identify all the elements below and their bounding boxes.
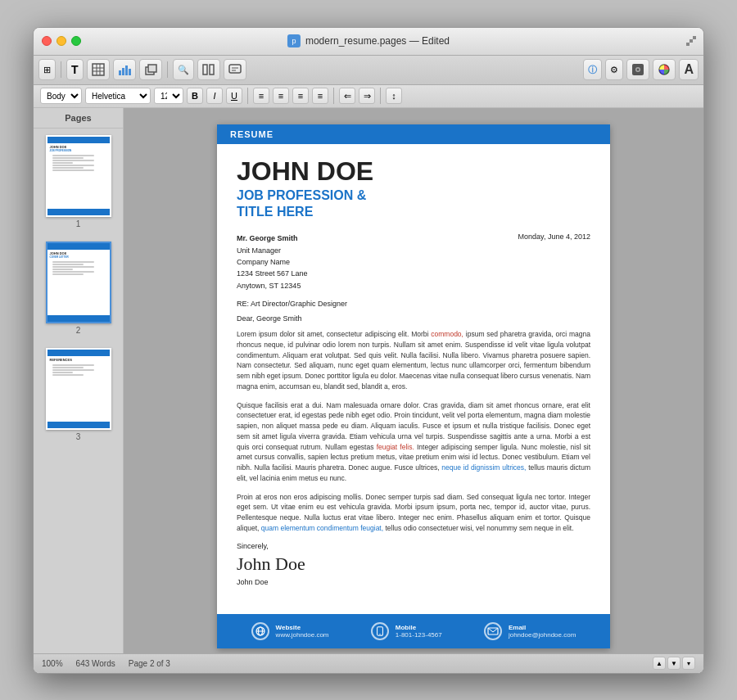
view-toggle-button[interactable]: ⊞ (38, 59, 56, 80)
comment-button[interactable] (224, 59, 246, 80)
format-bar: Body Helvetica 12 B I U ≡ ≡ ≡ ≡ ⇐ ⇒ ↕ (34, 85, 703, 108)
color-icon (658, 63, 671, 76)
align-center-button[interactable]: ≡ (273, 88, 289, 104)
page-number-1: 1 (76, 219, 81, 228)
thumb-line (52, 261, 94, 263)
minimize-button[interactable] (57, 36, 66, 46)
page-down-button[interactable]: ▼ (667, 657, 680, 670)
highlight-1: commodo, (431, 330, 463, 338)
maximize-button[interactable] (71, 36, 81, 46)
font-icon: A (684, 62, 694, 77)
page-indicator: Page 2 of 3 (129, 659, 170, 668)
thumb-line (52, 269, 74, 270)
thumb-content-1: JOHN DOE JOB PROFESSION (47, 143, 110, 176)
website-value: www.johndoe.com (276, 631, 329, 639)
thumb-line (52, 367, 84, 368)
toolbar-sep-1 (61, 61, 61, 78)
app-window: p modern_resume.pages — Edited ⊞ T (33, 27, 704, 674)
status-bar: 100% 643 Words Page 2 of 3 ▲ ▼ ▾ (34, 653, 703, 673)
thumb-line (52, 271, 94, 273)
info-button[interactable]: ⓘ (583, 59, 602, 80)
main-toolbar: ⊞ T (34, 56, 703, 85)
font-panel-button[interactable]: A (679, 59, 699, 80)
thumb-header-3 (47, 350, 110, 356)
align-justify-button[interactable]: ≡ (312, 88, 328, 104)
website-icon (251, 622, 269, 640)
underline-button[interactable]: U (226, 88, 242, 104)
thumb-line (52, 167, 84, 169)
thumb-lines-2 (50, 259, 107, 278)
chart-tool-button[interactable] (113, 59, 136, 80)
thumb-line (52, 264, 84, 265)
resume-body[interactable]: JOHN DOE JOB PROFESSION & TITLE HERE Mr.… (217, 144, 610, 601)
size-select[interactable]: 12 (154, 88, 183, 104)
search-icon: 🔍 (178, 65, 189, 75)
footer-email: Email johndoe@johndoe.com (484, 622, 576, 640)
page-thumbnail-2[interactable]: JOHN DOE COVER LETTER 2 (34, 235, 123, 341)
text-tool-button[interactable]: T (66, 59, 84, 80)
svg-rect-2 (693, 36, 696, 39)
page-navigation: ▲ ▼ ▾ (653, 657, 695, 670)
shape-tool-button[interactable] (139, 59, 162, 80)
comment-icon (228, 63, 242, 76)
page-up-button[interactable]: ▲ (653, 657, 666, 670)
media-button[interactable] (626, 59, 649, 80)
view-icon: ⊞ (43, 65, 51, 75)
align-left-button[interactable]: ≡ (253, 88, 269, 104)
document-page: RESUME JOHN DOE JOB PROFESSION & TITLE H… (217, 124, 610, 648)
resize-icon[interactable] (685, 35, 697, 47)
recipient-name: Mr. George Smith (237, 233, 308, 244)
page-frame-2: JOHN DOE COVER LETTER (46, 242, 111, 323)
info-icon: ⓘ (588, 64, 597, 76)
footer-website-text: Website www.johndoe.com (276, 624, 329, 639)
thumb-line (52, 157, 84, 159)
italic-button[interactable]: I (206, 88, 223, 104)
email-icon (484, 622, 502, 640)
color-button[interactable] (653, 59, 676, 80)
letter-paragraph-2: Quisque facilisis erat a dui. Nam malesu… (237, 400, 590, 484)
indent-increase-button[interactable]: ⇒ (359, 88, 375, 104)
spacing-button[interactable]: ↕ (386, 88, 402, 104)
page-menu-button[interactable]: ▾ (682, 657, 695, 670)
svg-rect-1 (690, 39, 693, 43)
word-count: 643 Words (76, 659, 115, 668)
share-col-button[interactable] (197, 59, 220, 80)
search-button[interactable]: 🔍 (173, 59, 194, 80)
resume-name: JOHN DOE (237, 157, 590, 186)
svg-rect-27 (378, 634, 381, 635)
table-tool-button[interactable] (87, 59, 110, 80)
svg-rect-16 (229, 65, 241, 73)
bold-button[interactable]: B (187, 88, 203, 104)
recipient-company: Company Name (237, 256, 308, 268)
inspector-button[interactable]: ⚙ (605, 59, 623, 80)
thumb-line (52, 165, 94, 166)
highlight-2: feugiat felis. (377, 443, 414, 451)
chart-icon (118, 63, 131, 76)
footer-email-text: Email johndoe@johndoe.com (509, 624, 576, 639)
resume-job-title: JOB PROFESSION & TITLE HERE (237, 187, 590, 222)
thumb-footer-1 (47, 209, 110, 215)
page-thumbnail-3[interactable]: REFERENCES 3 (34, 341, 123, 448)
document-area[interactable]: RESUME JOHN DOE JOB PROFESSION & TITLE H… (124, 108, 703, 653)
toolbar-sep-2 (167, 61, 168, 78)
thumb-line (52, 374, 84, 376)
close-button[interactable] (42, 36, 52, 46)
svg-rect-11 (129, 69, 131, 75)
letter-header: Mr. George Smith Unit Manager Company Na… (237, 233, 590, 291)
indent-decrease-button[interactable]: ⇐ (339, 88, 355, 104)
resume-header-text: RESUME (230, 129, 274, 139)
recipient-info: Mr. George Smith Unit Manager Company Na… (237, 233, 308, 291)
recipient-position: Unit Manager (237, 245, 308, 256)
font-select[interactable]: Helvetica (85, 88, 151, 104)
thumb-line (52, 266, 94, 268)
footer-mobile: Mobile 1-801-123-4567 (371, 622, 442, 640)
svg-rect-9 (122, 68, 124, 75)
letter-paragraph-1: Lorem ipsum dolor sit amet, consectetur … (237, 329, 590, 392)
zoom-level: 100% (42, 659, 63, 668)
format-sep-2 (333, 88, 334, 104)
page-thumbnail-1[interactable]: JOHN DOE JOB PROFESSION (34, 129, 123, 235)
traffic-lights (42, 36, 81, 46)
align-right-button[interactable]: ≡ (292, 88, 309, 104)
style-select[interactable]: Body (40, 88, 82, 104)
toolbar-right: ⓘ ⚙ (583, 59, 699, 80)
